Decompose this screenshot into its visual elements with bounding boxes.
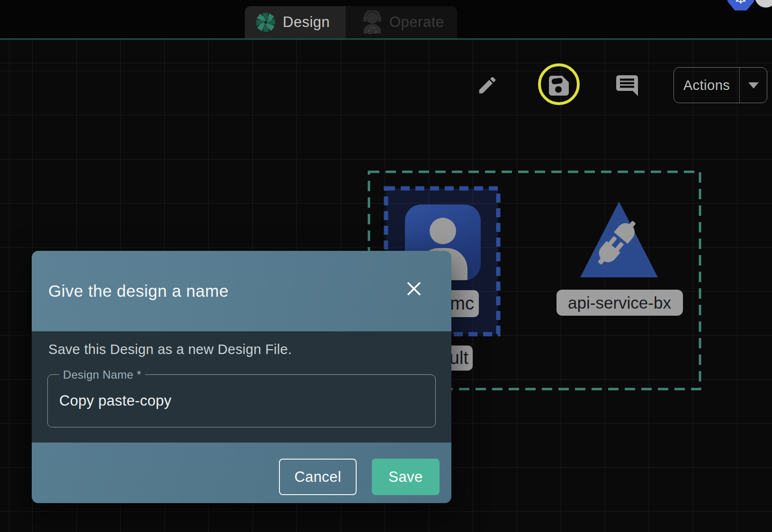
- tab-design[interactable]: Design: [245, 6, 346, 38]
- actions-dropdown-toggle[interactable]: [740, 82, 767, 89]
- design-name-input[interactable]: [58, 375, 420, 427]
- dialog-body: Save this Design as a new Design File. D…: [32, 331, 451, 443]
- tab-operate-label: Operate: [389, 14, 444, 31]
- dialog-title: Give the design a name: [48, 251, 229, 331]
- svg-text:api-service-bx: api-service-bx: [568, 293, 671, 312]
- dialog-header: Give the design a name: [32, 251, 451, 331]
- svg-text:mc: mc: [450, 293, 474, 313]
- dialog-description: Save this Design as a new Design File.: [48, 342, 292, 357]
- design-name-field: Design Name *: [47, 374, 436, 427]
- cancel-button[interactable]: Cancel: [279, 459, 357, 495]
- comment-icon[interactable]: [615, 74, 639, 98]
- svg-text:☸: ☸: [733, 0, 748, 7]
- node-label: api-service-bx: [557, 290, 683, 316]
- operator-icon: [362, 10, 383, 34]
- svg-text:ult: ult: [449, 348, 469, 368]
- kubernetes-badge-icon[interactable]: ☸: [719, 0, 766, 14]
- actions-button[interactable]: Actions: [673, 67, 767, 103]
- meshery-logo-icon: [256, 13, 275, 32]
- save-design-dialog: Give the design a name Save this Design …: [32, 251, 451, 503]
- mode-tabs: Design Operate: [245, 6, 457, 38]
- actions-button-label: Actions: [674, 78, 739, 93]
- floppy-disk-icon[interactable]: [547, 74, 571, 98]
- close-icon[interactable]: [405, 280, 423, 298]
- tab-operate[interactable]: Operate: [346, 6, 457, 38]
- pencil-icon[interactable]: [476, 74, 498, 96]
- save-button[interactable]: Save: [372, 459, 440, 495]
- chevron-down-icon: [748, 82, 759, 89]
- tab-design-label: Design: [283, 14, 330, 31]
- topbar-accent-divider: [0, 38, 772, 40]
- api-service-node[interactable]: [580, 202, 658, 277]
